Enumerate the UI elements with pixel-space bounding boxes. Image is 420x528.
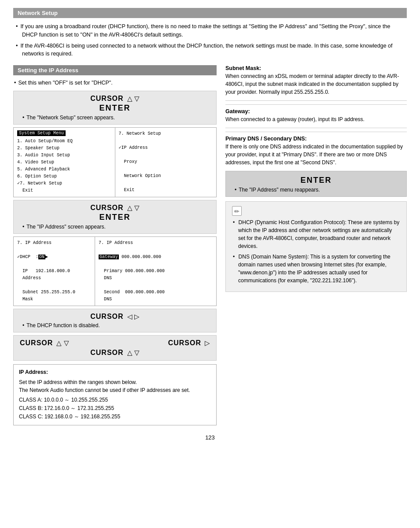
s2l7 — [17, 282, 91, 289]
s2r1: 7. IP Address — [99, 240, 213, 247]
note-icon: ✏ — [232, 206, 242, 216]
dns-title: Primary DNS / Secondary DNS: — [225, 136, 407, 142]
screen1-title: System Setup Menu — [17, 130, 66, 136]
s2l5: IP 192.168.000.0 — [17, 268, 91, 275]
ip-line2: The Network Audio function cannot be use… — [19, 386, 211, 394]
s2l3: ✓DHCP :ON▶ — [17, 254, 91, 261]
cursor-label-4a: CURSOR — [20, 339, 53, 347]
divider-2 — [225, 128, 407, 128]
note-2-text: DNS (Domain Name System): This is a syst… — [238, 254, 391, 284]
subnet-section: Subnet Mask: When connecting an xDSL mod… — [225, 65, 407, 96]
s2l8: Subnet 255.255.255.0 — [17, 289, 91, 296]
s2r2 — [99, 247, 213, 254]
dns-text: If there is only one DNS address indicat… — [225, 143, 407, 166]
screen1-line1: 1. Auto Setup/Room EQ — [17, 138, 111, 145]
s2r3: Gateway 000.000.000.000 — [99, 254, 213, 261]
ip-classA: CLASS A: 10.0.0.0 ～ 10.255.255.255 — [19, 396, 211, 404]
screen1-r5: Proxy — [119, 159, 213, 166]
screen1-r3: ✓IP Address — [119, 144, 213, 151]
instruction-block-4: CURSOR △ ▽ CURSOR ▷ CURSOR △ ▽ — [13, 335, 217, 361]
note-1-text: DHCP (Dynamic Host Configuration Protoco… — [238, 219, 399, 249]
cursor-row-4c: CURSOR △ ▽ — [20, 349, 210, 357]
cursor-arrows-4b: ▷ — [205, 339, 210, 347]
two-column-layout: Setting the IP Address Set this when "OF… — [13, 65, 407, 425]
screen1-r7: Network Option — [119, 173, 213, 180]
network-setup-header: Network Setup — [13, 8, 407, 18]
ip-box-title: IP Address: — [19, 368, 211, 377]
cursor-label-1: CURSOR — [90, 95, 123, 103]
cursor-row-1: CURSOR △ ▽ — [20, 95, 210, 103]
cursor-row-3: CURSOR ◁ ▷ — [20, 313, 210, 321]
screen2-right: 7. IP Address Gateway 000.000.000.000 Pr… — [95, 237, 216, 306]
block2-subbullet: The "IP Address" screen appears. — [20, 224, 210, 230]
screen1-r1: 7. Network Setup — [119, 130, 213, 137]
note-block: ✏ DHCP (Dynamic Host Configuration Proto… — [225, 201, 407, 292]
s2r5: Primary 000.000.000.000 — [99, 268, 213, 275]
s2l1: 7. IP Address — [17, 240, 91, 247]
instruction-block-3: CURSOR ◁ ▷ The DHCP function is disabled… — [13, 309, 217, 332]
screen-mockup-1: System Setup Menu 1. Auto Setup/Room EQ … — [13, 127, 217, 197]
right-column: Subnet Mask: When connecting an xDSL mod… — [225, 65, 407, 296]
cursor-row-4b: CURSOR ▷ — [168, 339, 210, 347]
enter-block-right: ENTER The "IP Address" menu reappears. — [225, 171, 407, 197]
s2l6: Address — [17, 275, 91, 282]
cursor-row-4a: CURSOR △ ▽ — [20, 339, 69, 347]
block3-subbullet: The DHCP function is disabled. — [20, 322, 210, 329]
screen1-right: 7. Network Setup ✓IP Address Proxy Netwo… — [115, 128, 217, 197]
screen2-left: 7. IP Address ✓DHCP :ON▶ IP 192.168.000.… — [14, 237, 95, 306]
intro-bullet: Set this when "OFF" is set for "DHCP". — [13, 79, 217, 87]
note-1: DHCP (Dynamic Host Configuration Protoco… — [232, 218, 400, 250]
cursor-arrows-2: △ ▽ — [127, 204, 140, 212]
s2l4 — [17, 261, 91, 268]
ip-info-box: IP Address: Set the IP address within th… — [13, 364, 217, 425]
block1-subbullet: The "Network Setup" screen appears. — [20, 114, 210, 121]
page-container: Network Setup If you are using a broadba… — [0, 0, 420, 528]
screen1-r9: Exit — [119, 187, 213, 194]
screen1-line2: 2. Speaker Setup — [17, 145, 111, 152]
instruction-block-2: CURSOR △ ▽ ENTER The "IP Address" screen… — [13, 200, 217, 234]
cursor-label-2: CURSOR — [90, 204, 123, 212]
enter-subbullet-right: The "IP Address" menu reappears. — [232, 187, 400, 193]
screen1-r6 — [119, 166, 213, 173]
enter-label-1: ENTER — [20, 103, 210, 113]
screen1-line7: ✓7. Network Setup — [17, 180, 111, 187]
enter-label-2: ENTER — [20, 213, 210, 222]
gateway-text: When connected to a gateway (router), in… — [225, 115, 407, 123]
left-column: Setting the IP Address Set this when "OF… — [13, 65, 217, 425]
gateway-section: Gateway: When connected to a gateway (ro… — [225, 104, 407, 123]
subnet-title: Subnet Mask: — [225, 65, 407, 71]
setting-ip-address-header: Setting the IP Address — [13, 65, 217, 75]
ip-line1: Set the IP address within the ranges sho… — [19, 378, 211, 386]
screen-mockup-2: 7. IP Address ✓DHCP :ON▶ IP 192.168.000.… — [13, 236, 217, 306]
cursor-label-4b: CURSOR — [168, 339, 201, 347]
s2r8: Second 000.000.000.000 — [99, 289, 213, 296]
s2r6: DNS — [99, 275, 213, 282]
network-setup-title: Network Setup — [18, 10, 58, 16]
screen1-line8: Exit — [17, 187, 111, 194]
s2r7 — [99, 282, 213, 289]
cursor-arrows-4c: △ ▽ — [127, 349, 140, 357]
divider-1 — [225, 100, 407, 101]
instruction-block-1: CURSOR △ ▽ ENTER The "Network Setup" scr… — [13, 91, 217, 125]
note-2: DNS (Domain Name System): This is a syst… — [232, 253, 400, 284]
screen1-line5: 5. Advanced Playback — [17, 166, 111, 173]
s2r4 — [99, 261, 213, 268]
page-number: 123 — [13, 434, 407, 441]
screen1-line6: 6. Option Setup — [17, 173, 111, 180]
gateway-title: Gateway: — [225, 108, 407, 114]
dns-section: Primary DNS / Secondary DNS: If there is… — [225, 132, 407, 166]
page-num-text: 123 — [205, 434, 215, 441]
enter-label-right: ENTER — [232, 176, 400, 185]
ip-classC: CLASS C: 192.168.0.0 ～ 192.168.255.255 — [19, 413, 211, 421]
bullet-2: If the AVR-4806CI is being used connecte… — [15, 42, 405, 59]
ip-classB: CLASS B: 172.16.0.0 ～ 172.31.255.255 — [19, 404, 211, 413]
screen1-left: System Setup Menu 1. Auto Setup/Room EQ … — [14, 128, 115, 197]
s2r9: DNS — [99, 296, 213, 303]
screen1-line4: 4. Video Setup — [17, 159, 111, 166]
screen1-r2 — [119, 137, 213, 144]
screen1-r8 — [119, 180, 213, 187]
cursor-label-3: CURSOR — [90, 313, 123, 321]
cursor-arrows-3: ◁ ▷ — [127, 313, 140, 321]
top-bullets: If you are using a broadband router (DHC… — [13, 22, 407, 58]
cursor-arrows-1: △ ▽ — [127, 95, 140, 103]
